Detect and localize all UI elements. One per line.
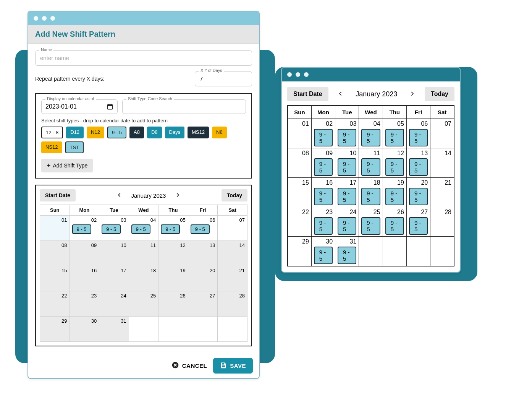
calendar-cell[interactable]: 01 [288,119,311,148]
shift-search-input[interactable] [126,104,242,110]
calendar-cell[interactable]: 309 - 5 [311,237,335,266]
days-input[interactable] [200,75,247,82]
prev-month-button[interactable] [336,89,345,99]
calendar-cell[interactable]: 099 - 5 [311,148,335,178]
add-shift-type-button[interactable]: + Add Shift Type [41,159,93,172]
next-month-button[interactable] [408,89,416,99]
calendar-cell[interactable]: 08 [40,241,70,266]
today-button[interactable]: Today [222,189,247,201]
display-date-field[interactable]: Display on calendar as of 2023-01-01 [41,99,118,114]
shift-pill[interactable]: 9 - 5 [338,188,356,205]
shift-pill[interactable]: 9 - 5 [191,224,210,234]
shift-pill[interactable]: 9 - 5 [314,188,333,205]
calendar-cell[interactable]: 259 - 5 [359,207,383,237]
shift-pill[interactable]: 9 - 5 [314,158,333,176]
calendar-cell[interactable]: 21 [218,266,247,291]
calendar-cell[interactable] [383,237,406,266]
shift-type-chip[interactable]: A8 [129,127,144,138]
calendar-cell[interactable]: 059 - 5 [383,119,406,148]
calendar-cell[interactable]: 199 - 5 [383,178,406,207]
shift-type-chip[interactable]: TST [65,141,84,153]
calendar-cell[interactable] [430,237,454,266]
calendar-cell[interactable]: 239 - 5 [311,207,335,237]
shift-type-chip[interactable]: N8 [212,127,227,138]
shift-pill[interactable]: 9 - 5 [338,158,356,176]
calendar-cell[interactable]: 179 - 5 [335,178,359,207]
calendar-cell[interactable]: 209 - 5 [406,178,430,207]
calendar-cell[interactable] [218,317,247,342]
shift-pill[interactable]: 9 - 5 [361,188,380,205]
shift-pill[interactable]: 9 - 5 [409,188,428,205]
shift-pill[interactable]: 9 - 5 [409,217,428,235]
calendar-cell[interactable]: 17 [99,266,129,291]
calendar-cell[interactable]: 30 [70,317,99,342]
shift-type-chip[interactable]: 9 - 5 [107,127,126,138]
shift-pill[interactable]: 9 - 5 [409,158,428,176]
calendar-cell[interactable]: 27 [188,291,218,317]
calendar-cell[interactable]: 069 - 5 [406,119,430,148]
save-button[interactable]: SAVE [213,358,253,374]
calendar-cell[interactable]: 12 [158,241,188,266]
calendar-cell[interactable]: 319 - 5 [335,237,359,266]
calendar-icon[interactable] [107,103,113,110]
calendar-cell[interactable]: 269 - 5 [383,207,406,237]
calendar-cell[interactable]: 23 [70,291,99,317]
shift-pill[interactable]: 9 - 5 [338,129,356,146]
shift-search-field[interactable]: Shift Type Code Search [122,99,246,114]
shift-pill[interactable]: 9 - 5 [361,158,380,176]
calendar-cell[interactable]: 059 - 5 [158,216,188,241]
calendar-cell[interactable]: 109 - 5 [335,148,359,178]
calendar-cell[interactable]: 28 [430,207,454,237]
calendar-cell[interactable]: 09 [70,241,99,266]
shift-pill[interactable]: 9 - 5 [385,158,404,176]
calendar-cell[interactable]: 029 - 5 [311,119,335,148]
shift-pill[interactable]: 9 - 5 [102,224,121,234]
calendar-cell[interactable]: 13 [188,241,218,266]
calendar-cell[interactable]: 15 [288,178,311,207]
calendar-cell[interactable]: 31 [99,317,129,342]
calendar-cell[interactable] [188,317,218,342]
shift-pill[interactable]: 9 - 5 [338,217,356,235]
calendar-cell[interactable]: 039 - 5 [99,216,129,241]
calendar-cell[interactable] [359,237,383,266]
cancel-button[interactable]: CANCEL [171,361,207,370]
calendar-cell[interactable]: 18 [129,266,158,291]
calendar-cell[interactable]: 21 [430,178,454,207]
shift-pill[interactable]: 9 - 5 [361,129,380,146]
calendar-cell[interactable]: 08 [288,148,311,178]
calendar-cell[interactable]: 14 [430,148,454,178]
today-button[interactable]: Today [425,87,454,101]
shift-pill[interactable]: 9 - 5 [385,217,404,235]
calendar-cell[interactable]: 19 [158,266,188,291]
calendar-cell[interactable] [406,237,430,266]
start-date-button[interactable]: Start Date [40,189,76,201]
shift-type-chip[interactable]: 12 - 8 [41,127,63,138]
calendar-cell[interactable]: 11 [129,241,158,266]
calendar-cell[interactable]: 049 - 5 [129,216,158,241]
shift-pill[interactable]: 9 - 5 [131,224,150,234]
name-input[interactable] [40,55,247,61]
shift-type-chip[interactable]: D12 [66,127,84,138]
calendar-cell[interactable]: 129 - 5 [383,148,406,178]
calendar-cell[interactable]: 26 [158,291,188,317]
shift-pill[interactable]: 9 - 5 [314,129,333,146]
shift-type-chip[interactable]: NS12 [41,141,62,153]
shift-pill[interactable]: 9 - 5 [314,217,333,235]
calendar-cell[interactable] [158,317,188,342]
shift-type-chip[interactable]: Days [165,127,185,138]
calendar-cell[interactable]: 119 - 5 [359,148,383,178]
calendar-cell[interactable]: 07 [430,119,454,148]
shift-pill[interactable]: 9 - 5 [314,247,333,264]
calendar-cell[interactable]: 139 - 5 [406,148,430,178]
shift-pill[interactable]: 9 - 5 [72,224,91,234]
calendar-cell[interactable]: 16 [70,266,99,291]
calendar-cell[interactable]: 29 [40,317,70,342]
shift-pill[interactable]: 9 - 5 [161,224,180,234]
shift-type-chip[interactable]: D8 [147,127,162,138]
shift-pill[interactable]: 9 - 5 [409,129,428,146]
calendar-cell[interactable]: 169 - 5 [311,178,335,207]
calendar-cell[interactable]: 14 [218,241,247,266]
calendar-cell[interactable]: 28 [218,291,247,317]
calendar-cell[interactable]: 249 - 5 [335,207,359,237]
calendar-cell[interactable]: 10 [99,241,129,266]
